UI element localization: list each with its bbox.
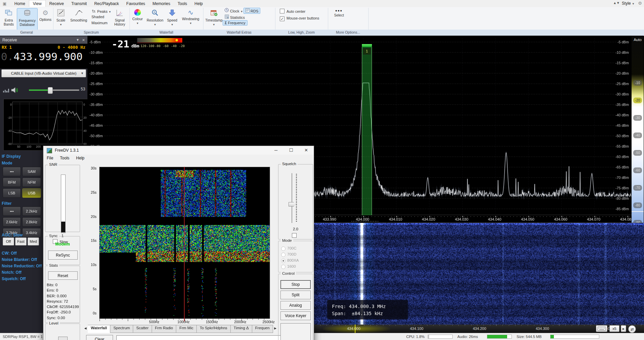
signal-history-button[interactable]: Signal History [111,8,128,30]
windowing-button[interactable]: ∿ Windowing▼ [180,8,201,30]
freedv-menu-file[interactable]: File [43,155,56,160]
mouse-over-buttons-checkbox[interactable]: ✓Mouse-over buttons [280,16,319,21]
close-button[interactable]: ✕ [299,146,314,155]
app-button[interactable]: ▣ [0,1,9,7]
menu-tab-home[interactable]: Home [11,0,29,7]
button-26kHz[interactable]: 2.6kHz [3,217,21,227]
speed-button[interactable]: Speed▼ [165,8,179,30]
menu-tab-memories[interactable]: Memories [149,0,174,7]
range-button-minus60[interactable]: -60 [633,167,642,173]
button-22kHz[interactable]: 2.2kHz [22,206,41,216]
keyboard-entry-button[interactable] [596,325,607,332]
timestamp-button[interactable]: 15 Timestamp▼ [204,8,223,30]
tabs-scroll-right[interactable]: ▶ [273,325,278,332]
collapse-ribbon-icon[interactable]: ▲▼ [613,1,620,5]
button-[interactable]: ••• [3,167,21,176]
button-SAM[interactable]: SAM [22,167,41,176]
waterfall-palette-bar[interactable] [137,38,182,42]
range-button-minus30[interactable]: -30 [633,115,642,121]
menu-tab-tools[interactable]: Tools [174,0,191,7]
radio-800xa[interactable] [281,259,286,263]
control-button-split[interactable]: Split [280,291,311,299]
options-button[interactable]: ⚙ Options [38,8,52,30]
range-button-minus40[interactable]: -40 [633,133,642,138]
menu-tab-transmit[interactable]: Transmit [68,0,90,7]
control-button-analog[interactable]: Analog [280,301,311,310]
freedv-tab-frm-mic[interactable]: Frm Mic [176,325,197,333]
squelch-slider-handle[interactable] [289,202,296,206]
resolution-button[interactable]: Resolution▼ [146,8,164,30]
clear-button[interactable]: Clear [86,335,113,340]
minimize-button[interactable]: ─ [268,146,283,155]
toggle-noise-blanker[interactable]: Noise Blanker: Off [2,257,37,262]
radio-700d[interactable] [281,253,286,257]
toggle-noise-reduction[interactable]: Noise Reduction: Off [2,264,42,268]
menu-tab-favourites[interactable]: Favourites [123,0,149,7]
range-button-minus10[interactable]: -10 [633,80,642,86]
control-button-stop[interactable]: Stop [280,280,311,289]
resync-button[interactable]: ReSync [48,251,78,260]
radio-700c[interactable] [281,247,286,251]
toggle-notch[interactable]: Notch: Off [2,270,22,275]
zoom-x5-button[interactable]: x5 [609,325,619,332]
freedv-menu-tools[interactable]: Tools [56,155,73,160]
range-button-minus80[interactable]: -80 [633,202,642,208]
tabs-scroll-left[interactable]: ◀ [83,325,88,332]
freedv-tab-timing--[interactable]: Timing Δ [231,325,252,333]
statistics-button[interactable]: 9 Statistics [225,14,245,20]
freedv-tab-spectrum[interactable]: Spectrum [110,325,133,333]
select-button[interactable]: ••• Select [330,8,348,30]
agc-label[interactable]: AGC: Slow [2,233,23,237]
frequency-toggle-button[interactable]: Σ Frequency [223,20,248,26]
if-display-label[interactable]: IF Display [2,154,21,159]
agc-button-med[interactable]: Med [28,237,39,245]
style-menu[interactable]: Style ▼ [622,1,635,6]
freedv-waterfall-plot[interactable] [99,167,270,319]
scale-button[interactable]: Scale▼ [54,8,68,30]
frequency-database-button[interactable]: Frequency Database [17,8,38,30]
freedv-tab-scatter[interactable]: Scatter [133,325,152,333]
channel-marker-cap[interactable] [362,44,372,47]
settings-gear-icon[interactable]: ⚙ [638,1,642,6]
freedv-title-bar[interactable]: FreeDV 1.3.1 ─ ☐ ✕ [43,146,314,155]
button-34kHz[interactable]: 3.4kHz [22,228,41,237]
control-button-voice-keyer[interactable]: Voice Keyer [280,311,311,320]
tuned-frequency[interactable]: 0.433.999.900 [1,50,83,63]
squelch-enable-checkbox[interactable] [292,232,299,238]
audio-input-select[interactable]: CABLE Input (VB-Audio Virtual Cable) ▼ [1,69,86,77]
freedv-waterfall-canvas[interactable] [100,167,270,318]
volume-slider[interactable] [29,89,79,91]
radio-1600[interactable] [281,265,286,269]
auto-range-button[interactable]: Auto [632,38,644,42]
agc-button-off[interactable]: Off [3,237,14,245]
freedv-menu-help[interactable]: Help [73,155,88,160]
freedv-frequency-cursor[interactable] [184,167,185,322]
freedv-tab-frm-radio[interactable]: Frm Radio [152,325,177,333]
extra-bands-button[interactable]: Extra Bands [1,8,16,30]
ptt-button[interactable]: PTT [280,323,311,340]
smoothing-button[interactable]: Smoothing [69,8,88,30]
range-button-minus20[interactable]: -20 [633,98,642,103]
freedv-tab-waterfall[interactable]: Waterfall [88,325,110,333]
auto-center-checkbox[interactable]: Auto center [280,9,305,13]
menu-tab-help[interactable]: Help [191,0,206,7]
channel-marker-band[interactable]: 1 [362,44,372,215]
button-BFM[interactable]: BFM [3,178,21,187]
rds-toggle-button[interactable]: RDS [243,8,260,14]
range-button-minus70[interactable]: -70 [633,185,642,191]
menu-tab-view[interactable]: View [29,0,46,7]
menu-tab-receive[interactable]: Receive [46,0,68,7]
freedv-tab-frequen[interactable]: Frequen [252,325,273,333]
maximize-button[interactable]: ☐ [283,146,299,155]
button-[interactable]: ••• [3,206,21,216]
panel-close-icon[interactable]: ✕ [82,36,85,44]
agc-button-fast[interactable]: Fast [15,237,27,245]
level-slider-handle[interactable] [58,337,68,340]
button-LSB[interactable]: LSB [3,188,21,198]
panel-collapse-icon[interactable]: ▼ [76,36,79,44]
zoom-step-arrow-button[interactable]: ▸ [621,325,626,332]
reset-button[interactable]: Reset [48,271,78,280]
freedv-tab-to-spkr-hdphns[interactable]: To Spkr/Hdphns [197,325,231,333]
toggle-squelch[interactable]: Squelch: Off [2,276,26,281]
pan-swap-button[interactable]: ⇄ [628,325,636,333]
